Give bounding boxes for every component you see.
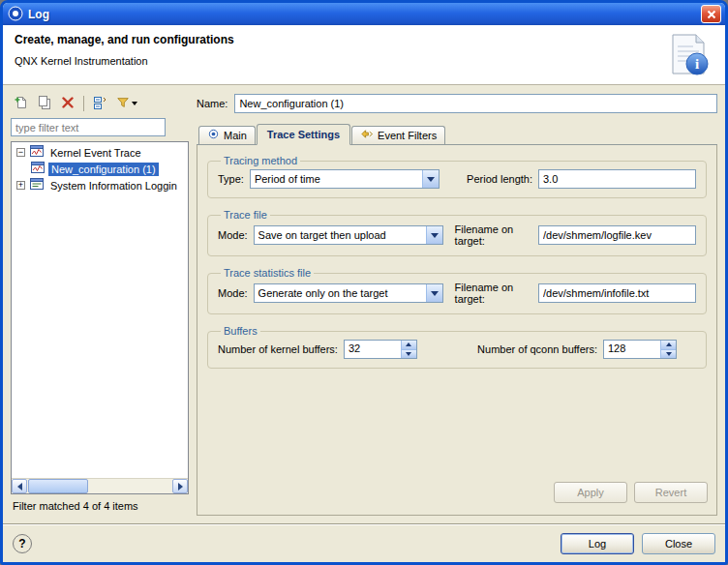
spinner-value: 128 <box>604 341 660 358</box>
arrow-down-icon <box>406 352 411 356</box>
revert-button[interactable]: Revert <box>634 482 708 503</box>
tree-items: − Kernel Event Trace <box>12 142 188 478</box>
filter-funnel-icon <box>116 96 130 111</box>
collapse-expander-icon[interactable]: − <box>16 148 25 157</box>
dialog-header: Create, manage, and run configurations Q… <box>3 25 725 85</box>
window-title: Log <box>28 8 701 21</box>
scroll-right-button[interactable] <box>172 479 188 493</box>
log-dialog: Log Create, manage, and run configuratio… <box>0 0 728 565</box>
arrow-up-icon <box>406 342 411 346</box>
close-button[interactable]: Close <box>642 533 715 554</box>
filter-input[interactable] <box>11 118 166 136</box>
apply-button[interactable]: Apply <box>554 482 627 503</box>
new-document-icon <box>14 95 29 112</box>
trace-statistics-file-group: Trace statistics file Mode: Generate onl… <box>207 267 707 314</box>
selected-value: Save on target then upload <box>255 229 426 241</box>
trace-settings-content: Tracing method Type: Period of time Peri… <box>197 145 717 516</box>
config-tabs: Main Trace Settings Event Filters <box>197 123 717 145</box>
period-length-input[interactable] <box>538 169 696 189</box>
spin-up-button[interactable] <box>661 341 676 349</box>
tab-main[interactable]: Main <box>198 126 256 144</box>
delete-configuration-button[interactable] <box>57 94 78 113</box>
filename-on-target-label: Filename on target: <box>455 223 532 247</box>
type-label: Type: <box>218 173 244 185</box>
filter-menu-button[interactable] <box>112 94 141 113</box>
tab-event-filters[interactable]: Event Filters <box>351 126 445 144</box>
group-title: Trace file <box>221 209 270 221</box>
qconn-buffers-label: Number of qconn buffers: <box>477 343 597 355</box>
scroll-left-button[interactable] <box>12 479 27 493</box>
collapse-all-button[interactable] <box>89 94 110 113</box>
tab-trace-settings[interactable]: Trace Settings <box>257 124 350 145</box>
configurations-tree: − Kernel Event Trace <box>11 141 189 494</box>
spin-down-button[interactable] <box>402 349 416 359</box>
trace-config-icon <box>29 144 45 161</box>
trace-filename-input[interactable] <box>538 225 696 245</box>
trace-file-mode-select[interactable]: Save on target then upload <box>254 225 443 245</box>
main-tab-icon <box>207 128 220 142</box>
mode-label: Mode: <box>218 287 248 299</box>
tree-item-system-information-logging[interactable]: + System Information Loggin <box>14 177 188 193</box>
combo-dropdown-icon[interactable] <box>422 170 439 188</box>
group-title: Trace statistics file <box>221 267 314 279</box>
copy-icon <box>37 95 52 112</box>
event-filters-tab-icon <box>360 128 374 142</box>
selected-value: Generate only on the target <box>255 287 426 299</box>
horizontal-scrollbar[interactable] <box>12 478 188 493</box>
toolbar-separator <box>83 96 84 111</box>
trace-config-icon <box>30 161 46 177</box>
tracing-type-select[interactable]: Period of time <box>250 169 440 189</box>
help-button[interactable]: ? <box>13 534 32 553</box>
filename-on-target-label: Filename on target: <box>455 282 532 305</box>
tab-label: Event Filters <box>378 130 437 141</box>
info-document-icon: i <box>661 33 713 79</box>
stats-filename-input[interactable] <box>538 283 696 303</box>
button-bar: ? Log Close <box>3 523 725 562</box>
tree-item-new-configuration[interactable]: New_configuration (1) <box>14 161 188 177</box>
page-title: Create, manage, and run configurations <box>15 33 713 46</box>
system-info-config-icon <box>29 177 45 193</box>
configuration-form-panel: Name: Main Trace Settings Event <box>197 93 717 516</box>
log-button[interactable]: Log <box>561 533 634 554</box>
config-tree-panel: − Kernel Event Trace <box>11 93 189 516</box>
arrow-down-icon <box>666 352 672 356</box>
stats-file-mode-select[interactable]: Generate only on the target <box>254 283 443 303</box>
tree-item-label: System Information Loggin <box>47 179 180 193</box>
expand-expander-icon[interactable]: + <box>16 181 25 190</box>
period-length-label: Period length: <box>467 173 532 185</box>
arrow-right-icon <box>178 483 183 491</box>
tab-label: Main <box>224 130 247 141</box>
kernel-buffers-stepper[interactable]: 32 <box>344 340 417 359</box>
new-configuration-button[interactable] <box>11 94 32 113</box>
delete-x-icon <box>60 95 76 112</box>
svg-text:i: i <box>695 56 699 72</box>
titlebar[interactable]: Log <box>3 3 725 25</box>
tracing-method-group: Tracing method Type: Period of time Peri… <box>207 155 707 198</box>
apply-revert-row: Apply Revert <box>554 482 708 503</box>
combo-dropdown-icon[interactable] <box>426 284 442 302</box>
tree-toolbar <box>11 93 189 114</box>
trace-file-group: Trace file Mode: Save on target then upl… <box>207 209 707 256</box>
selected-value: Period of time <box>251 173 422 185</box>
tree-item-kernel-event-trace[interactable]: − Kernel Event Trace <box>14 144 188 161</box>
arrow-up-icon <box>666 342 672 346</box>
scrollbar-thumb[interactable] <box>28 479 88 493</box>
mode-label: Mode: <box>218 229 248 241</box>
name-label: Name: <box>197 98 228 109</box>
close-icon[interactable] <box>701 5 721 23</box>
qconn-buffers-stepper[interactable]: 128 <box>603 340 677 359</box>
kernel-buffers-label: Number of kernel buffers: <box>218 343 338 355</box>
dialog-icon <box>8 6 23 23</box>
page-subtitle: QNX Kernel Instrumentation <box>15 55 713 67</box>
scrollbar-track[interactable] <box>88 479 172 493</box>
combo-dropdown-icon[interactable] <box>426 226 442 244</box>
tree-item-label: New_configuration (1) <box>48 163 159 176</box>
name-row: Name: <box>197 93 717 114</box>
tree-item-label: Kernel Event Trace <box>47 146 144 160</box>
spin-down-button[interactable] <box>661 349 676 359</box>
collapse-all-icon <box>92 95 107 112</box>
duplicate-configuration-button[interactable] <box>34 94 55 113</box>
spin-up-button[interactable] <box>402 341 416 349</box>
configuration-name-input[interactable] <box>234 94 717 113</box>
group-title: Buffers <box>221 325 260 337</box>
